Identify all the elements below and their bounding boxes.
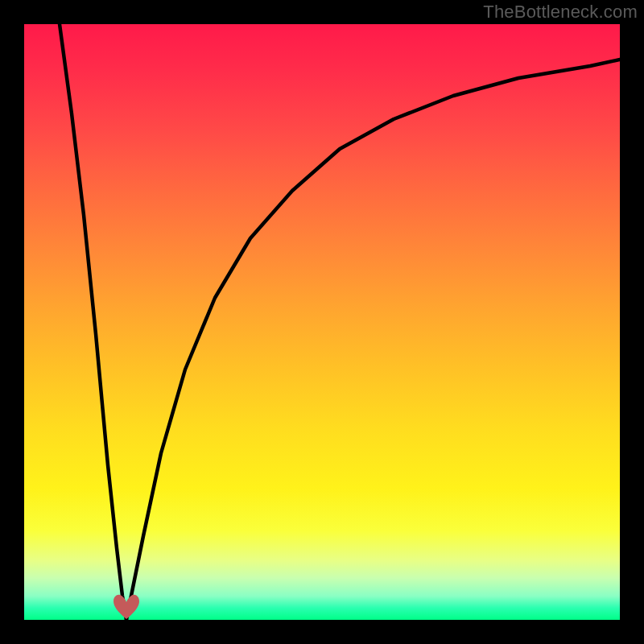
chart-container: TheBottleneck.com: [0, 0, 644, 644]
heart-icon: [114, 595, 139, 619]
watermark-text: TheBottleneck.com: [483, 2, 638, 23]
curve-layer: [24, 24, 620, 620]
heart-marker: [114, 595, 139, 619]
curve-left-branch: [60, 24, 126, 620]
curve-right-branch: [126, 60, 620, 620]
plot-area: [24, 24, 620, 620]
